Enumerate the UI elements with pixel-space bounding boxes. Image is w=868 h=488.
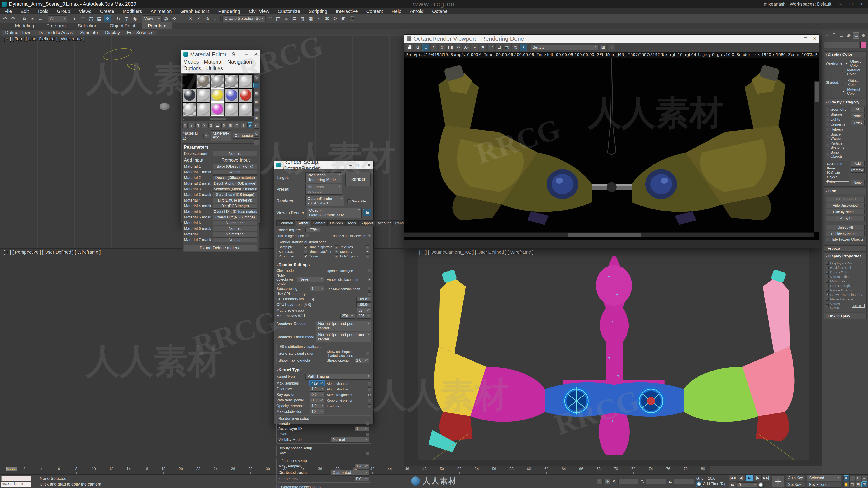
category-checkbox-space-warps[interactable]: Space Warps [826,132,849,140]
layer-enable-checkbox[interactable] [366,422,369,425]
menu-views[interactable]: Views [74,8,96,14]
render-settings-rollout[interactable]: Render Settings [276,263,371,267]
preset-dropdown[interactable]: No preset selected▾ [305,184,342,195]
menu-rendering[interactable]: Rendering [214,8,244,14]
parameter-value-button[interactable]: Base (Glossy material) [213,164,257,169]
time-config-icon[interactable]: 🕓 [758,482,764,488]
material-map-navigator-icon[interactable]: ☷ [254,139,259,145]
reset-map-icon[interactable]: ✕ [202,123,207,128]
auto-key-button[interactable]: Auto Key [786,475,805,481]
category-none-button[interactable]: None [850,180,865,185]
render-setup-titlebar[interactable]: Render Setup: OctaneRender... – □ ✕ [274,161,373,169]
material-slot-13[interactable] [211,102,224,116]
go-forward-icon[interactable]: ⬈ [247,123,252,128]
display-properties-header[interactable]: Display Properties [824,253,866,259]
category-invert-button[interactable]: Invert [850,120,865,125]
material-editor-menu-material[interactable]: Material [204,59,222,65]
menu-arnold[interactable]: Arnold [405,8,428,14]
render-region-icon[interactable]: ⬚ [488,44,494,51]
save-file-browse-button[interactable]: ... [368,199,371,203]
restart-render-icon[interactable]: ↺ [455,44,462,51]
render-production-icon[interactable]: 🎬 [348,15,355,22]
timeline-tick[interactable]: 28 [248,467,252,471]
hide-unselectedbutton[interactable]: Hide Unselected [826,203,865,208]
timeline-tick[interactable]: 62 [544,467,548,471]
wireframe-material-color-radio[interactable] [842,71,845,74]
timeline-tick[interactable]: 30 [266,467,270,471]
image-aspect-spinner[interactable]: 1.778▴▾ [305,228,320,232]
ribbon-tab-freeform[interactable]: Freeform [40,22,71,29]
octane-vertical-scrollbar[interactable] [814,81,819,232]
put-material-icon[interactable]: ⇪ [189,123,194,128]
display-property-edges-only[interactable]: ✓Edges Only [826,270,865,274]
view-to-render-dropdown[interactable]: Quad 4 - OctaneCamera_002▾ [307,207,362,218]
material-slot-6[interactable] [183,88,196,102]
select-place-icon[interactable]: ◉ [131,15,138,22]
parameter-value-button[interactable]: Dirt (Diffuse material) [213,198,257,203]
active-layer-spinner[interactable]: 1▴▾ [355,426,369,431]
imager-settings-icon[interactable]: ▤ [496,44,502,51]
material-slot-9[interactable] [225,88,239,102]
maxscript-mini-listener[interactable]: MAXScript Mi [1,482,31,487]
stat-checkbox-time-elaps-left[interactable]: Time elaps/left✓ [309,250,338,254]
make-unique-icon[interactable]: ⧉ [209,123,214,128]
timeline-tick[interactable]: 4 [41,467,43,471]
spinner-snap-icon[interactable]: ↕ [211,15,219,22]
menu-civil-view[interactable]: Civil View [244,8,274,14]
copy-image-icon[interactable]: ⧉ [414,44,421,51]
menu-content[interactable]: Content [362,8,388,14]
menu-scripting[interactable]: Scripting [305,8,332,14]
timeline-tick[interactable]: 64 [562,467,566,471]
select-by-material-icon[interactable]: ➤ [254,131,259,137]
viewport-camera[interactable]: [ + ] [ OctaneCamera_002 ] [ User Define… [404,249,822,466]
render-setup-tab-support[interactable]: Support [358,220,375,226]
options-icon[interactable]: ⚙ [254,123,259,129]
set-key-button[interactable]: Set Key [786,482,805,488]
shaded-material-color-radio[interactable] [842,90,845,93]
minimize-icon[interactable]: – [795,36,798,41]
menu-group[interactable]: Group [53,8,74,14]
show-end-result-icon[interactable]: ▢ [234,123,239,128]
hide-frozen-objects-checkbox[interactable]: Hide Frozen Objects [826,237,865,241]
timeline-tick[interactable]: 74 [649,467,653,471]
freeze-header[interactable]: Freeze [824,246,866,252]
render-setup-tab-tools[interactable]: Tools [345,220,358,226]
timeline-tick[interactable]: 66 [579,467,583,471]
denoise-icon[interactable]: ✦ [520,44,527,51]
category-checkbox-shapes[interactable]: Shapes [826,112,849,117]
category-checkbox-lights[interactable]: Lights [826,118,849,122]
material-editor-menu-options[interactable]: Options [183,66,201,72]
close-button[interactable]: ✕ [856,1,867,7]
minimize-button[interactable]: – [835,1,846,7]
pan-zoom-navigation-button[interactable]: ✛ [772,476,784,487]
add-input-button[interactable]: Add Input [184,158,220,163]
timeline-tick[interactable]: 68 [596,467,600,471]
viewport-camera-label[interactable]: [ + ] [ OctaneCamera_002 ] [ User Define… [419,250,533,255]
hide-by-category-header[interactable]: Hide by Category [824,99,866,105]
display-property-ignore-extents[interactable]: Ignore Extents [826,288,865,292]
gamma-hack-checkbox[interactable]: 3ds Max gamma hack [327,287,371,291]
named-sets-icon[interactable]: ☷ [267,15,274,22]
backlight-icon[interactable]: ◐ [254,83,259,88]
render-setup-tab-camera[interactable]: Camera [311,220,328,226]
parameter-value-button[interactable]: Overal Dirt (RGB image) [213,215,257,220]
go-to-end-button[interactable]: ▶▶| [762,475,770,481]
timeline-tick[interactable]: 70 [614,467,618,471]
link-display-header[interactable]: Link Display [824,313,866,319]
enable-stats-checkbox[interactable]: Enable stats in viewport✓ [331,234,371,238]
timeline-tick[interactable]: 78 [684,467,688,471]
irradiance-checkbox[interactable]: Irradiance [327,404,371,408]
assign-to-selection-icon[interactable]: ◨ [195,123,200,128]
material-slot-8[interactable] [211,88,224,102]
enable-displacement-checkbox[interactable]: Enable displacement✓ [327,278,371,282]
stat-checkbox-samp-sec[interactable]: Samp/sec✓ [278,250,307,254]
unhide-by-name-button[interactable]: Unhide by Name... [826,231,865,236]
material-editor-menu-navigation[interactable]: Navigation [227,59,252,65]
minimize-icon[interactable]: – [245,52,248,57]
layer-explorer-icon[interactable]: ▥ [299,15,306,22]
z-coordinate-field[interactable] [674,479,694,484]
viewport-perspective-label[interactable]: [ + ] [ Perspective ] [ User Defined ] [… [3,250,101,255]
passes-list-icon[interactable]: ▦ [600,44,607,51]
percent-snap-icon[interactable]: % [203,15,211,22]
background-icon[interactable]: ▦ [254,91,259,96]
